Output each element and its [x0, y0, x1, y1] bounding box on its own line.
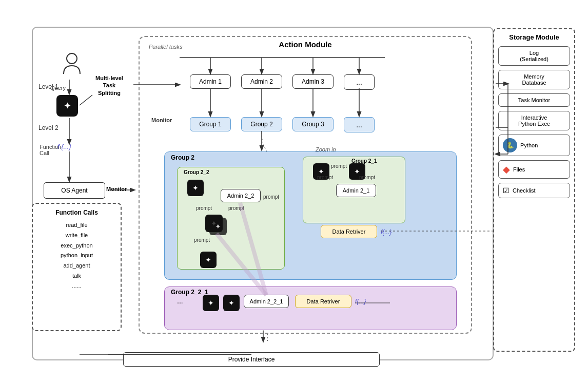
group3-box: Group 3: [292, 117, 334, 131]
admin22-box: Admin 2_2: [221, 189, 261, 202]
storage-python-exec: InteractivePython Exec: [498, 111, 570, 130]
f-func-call: f {...}: [57, 143, 71, 150]
admin21-box: Admin 2_1: [336, 184, 376, 197]
os-agent-box: OS Agent: [44, 182, 105, 199]
prompt-label-2: prompt: [228, 205, 244, 211]
group-ellipsis: ...: [344, 117, 375, 132]
group22-label: Group 2_2: [184, 169, 209, 175]
storage-module: Storage Module Log(Serialized) MemoryDat…: [493, 28, 575, 352]
storage-title: Storage Module: [498, 33, 570, 41]
group1-box: Group 1: [190, 117, 231, 131]
gpt-group22-top: ✦: [187, 180, 204, 196]
gpt-icon-1: ✦: [187, 180, 204, 196]
prompt-label-3: prompt: [194, 237, 210, 243]
data-retriver-1: Data Retriver: [321, 225, 377, 238]
checklist-icon: ☑: [503, 186, 509, 195]
gpt-icon-8: ✦: [223, 295, 240, 311]
group2-box: Group 2: [241, 117, 282, 131]
f-func-1: f{...}: [381, 228, 391, 236]
storage-memory-db: MemoryDatabase: [498, 70, 570, 89]
svg-point-0: [67, 53, 77, 64]
function-calls-title: Function Calls: [38, 209, 115, 216]
action-module-title: Action Module: [140, 40, 471, 49]
gpt-icon-4: ✦: [200, 252, 217, 268]
f-func-2: f{...}: [355, 298, 366, 305]
python-label: Python: [520, 142, 538, 148]
query-label: Query: [50, 85, 66, 91]
storage-files: ◆ Files: [498, 160, 570, 179]
admin1-box: Admin 1: [190, 74, 231, 89]
gpt-group22-middle2: ✦: [209, 218, 227, 235]
files-icon: ◆: [503, 164, 510, 175]
prompt-label-1: prompt: [196, 205, 212, 211]
user-icon-area: [59, 51, 85, 76]
admin-ellipsis: ...: [344, 74, 375, 90]
gpt-main-icon: ✦: [56, 95, 78, 117]
parallel-tasks-label: Parallel tasks: [149, 44, 182, 50]
monitor-label-os: Monitor: [106, 186, 127, 192]
checklist-label: Checklist: [513, 187, 536, 194]
function-list: read_file write_file exec_python python_…: [38, 220, 115, 292]
gpt-group22-bottom: ✦: [200, 252, 217, 268]
monitor-label-l2: Monitor: [151, 117, 172, 123]
storage-checklist: ☑ Checklist: [498, 183, 570, 198]
level2-label: Level 2: [38, 124, 58, 131]
admin2-box: Admin 2: [241, 74, 282, 89]
storage-log: Log(Serialized): [498, 46, 570, 66]
gpt-icon-3: ✦: [209, 218, 227, 235]
admin3-box: Admin 3: [292, 74, 334, 89]
storage-task-monitor: Task Monitor: [498, 93, 570, 107]
os-agent-label: OS Agent: [61, 187, 87, 194]
prompt-label-6: prompt: [359, 175, 375, 180]
provide-interface-label: Provide Interface: [228, 356, 275, 363]
user-icon: [62, 51, 82, 74]
group2-area-label: Group 2: [171, 154, 194, 161]
storage-python: 🐍 Python: [498, 135, 570, 156]
prompt-label-4: prompt: [331, 163, 347, 169]
gpt-level4-2: ✦: [223, 295, 240, 311]
provide-interface-box: Provide Interface: [123, 352, 380, 367]
prompt-label-5: prompt: [317, 175, 333, 180]
level4-ellipsis: ...: [177, 297, 183, 305]
prompt-label-7: prompt: [263, 194, 279, 200]
python-icon: 🐍: [503, 138, 517, 152]
data-retriver-2: Data Retriver: [295, 295, 351, 308]
vertical-dots: ⋮: [263, 333, 271, 342]
admin221-box: Admin 2_2_1: [244, 295, 289, 308]
gpt-icon-7: ✦: [203, 295, 219, 311]
gpt-level4-1: ✦: [203, 295, 219, 311]
multi-level-label: Multi-levelTaskSplitting: [86, 74, 132, 97]
function-calls-box: Function Calls read_file write_file exec…: [32, 203, 122, 331]
files-label: Files: [513, 166, 525, 173]
diagram-container: Storage Module Log(Serialized) MemoryDat…: [0, 0, 588, 382]
